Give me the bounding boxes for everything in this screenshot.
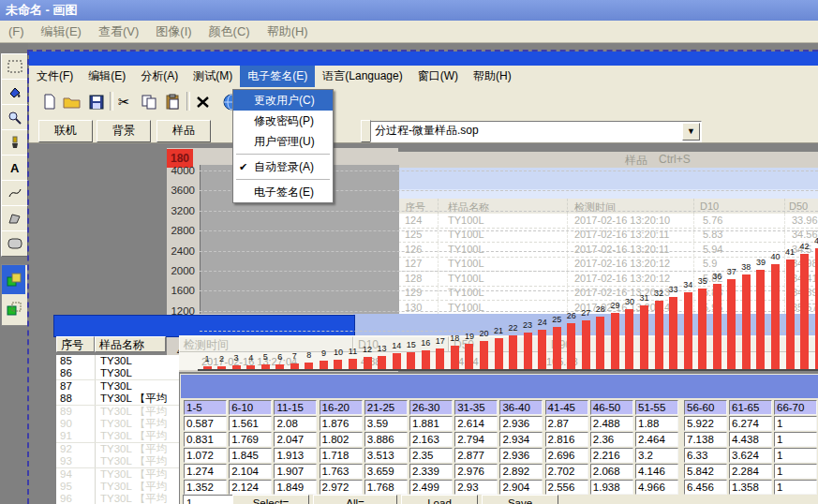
menu-item-normal[interactable]: 电子签名(E) — [233, 182, 333, 202]
dist-cell[interactable]: 2.488 — [590, 416, 633, 431]
results-row-faded[interactable]: 90TY30L 【平均 — [56, 418, 179, 431]
dist-cell[interactable]: 1.769 — [229, 432, 272, 447]
dist-cell[interactable]: 2.936 — [499, 416, 543, 431]
dist-cell[interactable]: 1 — [774, 416, 817, 431]
dist-cell[interactable]: 3.2 — [635, 448, 678, 463]
dist-cell[interactable]: 2.35 — [409, 448, 453, 463]
dist-cell[interactable]: 2.36 — [590, 432, 633, 447]
dist-cell[interactable]: 2.047 — [274, 432, 317, 447]
dist-cell[interactable]: 1 — [774, 464, 817, 479]
app-menu-item[interactable]: 测试(M) — [186, 66, 240, 87]
dist-cell[interactable]: 2.87 — [545, 416, 588, 431]
dist-cell[interactable]: 2.104 — [229, 464, 272, 479]
magnifier-icon[interactable] — [1, 104, 28, 130]
dist-cell[interactable]: 6.33 — [684, 448, 727, 463]
dist-cell[interactable]: 1.802 — [320, 432, 363, 447]
dist-cell[interactable]: 2.904 — [499, 480, 543, 495]
menu-item-normal[interactable]: 用户管理(U) — [233, 131, 333, 152]
app-button-2[interactable]: 背景 — [97, 120, 151, 142]
dist-cell[interactable]: 5.922 — [684, 416, 727, 431]
dist-cell[interactable]: 2.816 — [545, 432, 588, 447]
cut-icon[interactable]: ✂ — [113, 91, 135, 112]
dist-cell[interactable]: 2.696 — [545, 448, 588, 463]
rounded-rect-icon[interactable] — [1, 230, 28, 257]
results-row-faded[interactable]: 95TY30L 【平均 — [56, 481, 179, 494]
dist-cell[interactable]: 2.976 — [454, 464, 498, 479]
dist-cell[interactable]: 1.358 — [729, 480, 772, 495]
dist-cell[interactable]: 2.08 — [274, 416, 317, 431]
dist-cell[interactable]: 2.339 — [409, 464, 453, 479]
results-window-title-bar[interactable] — [53, 315, 355, 337]
dist-cell[interactable]: 2.877 — [454, 448, 498, 463]
rect-select-icon[interactable] — [1, 53, 28, 80]
results-row-faded[interactable]: 91TY30L 【平均 — [56, 430, 179, 443]
results-row-faded[interactable]: 89TY30L 【平均 — [56, 406, 179, 419]
app-menu-item[interactable]: 分析(A) — [133, 66, 186, 87]
dist-cell[interactable]: 1.881 — [409, 416, 453, 431]
paste-icon[interactable] — [162, 91, 184, 112]
paint-menu-item[interactable]: 图像(I) — [147, 23, 200, 40]
app-menu-item[interactable]: 帮助(H) — [466, 66, 519, 87]
dist-cell[interactable]: 2.216 — [590, 448, 633, 463]
dist-cell[interactable]: 3.624 — [729, 448, 772, 463]
dist-cell[interactable]: 1 — [774, 432, 817, 447]
sample-table-row[interactable]: 129TY100L2017-02-16 13:20:135.8334.39 — [398, 286, 818, 301]
results-row[interactable]: 85TY30L — [56, 355, 179, 368]
sample-table-row[interactable]: 124TY100L2017-02-16 13:20:105.7633.96 — [398, 214, 818, 229]
app-menu-item[interactable]: 语言(Language) — [315, 66, 409, 87]
paint-menu-item[interactable]: 查看(V) — [90, 23, 147, 40]
dist-cell[interactable]: 3.886 — [364, 432, 408, 447]
fill-color-icon[interactable] — [1, 79, 28, 105]
polygon-icon[interactable] — [1, 205, 28, 231]
dist-cell[interactable]: 1 — [774, 448, 817, 463]
menu-item-normal[interactable]: 修改密码(P) — [233, 111, 333, 131]
dist-cell[interactable]: 3.59 — [364, 416, 408, 431]
dist-cell[interactable]: 2.499 — [409, 480, 453, 495]
sample-table-row[interactable]: 128TY100L2017-02-16 13:20:125.8234.41 — [398, 272, 818, 287]
menu-item-highlighted[interactable]: 更改用户(C) — [233, 90, 333, 111]
dist-cell[interactable]: 2.972 — [320, 480, 363, 495]
brush-icon[interactable] — [1, 129, 28, 156]
dist-cell[interactable]: 1.072 — [184, 448, 227, 463]
results-row[interactable]: 87TY30L — [56, 380, 179, 393]
row-count-input[interactable] — [183, 495, 239, 504]
dist-cell[interactable]: 1.88 — [635, 416, 678, 431]
dist-cell[interactable]: 1.938 — [590, 480, 633, 495]
transparent-paste-icon[interactable] — [2, 294, 25, 323]
app-menu-item[interactable]: 文件(F) — [29, 66, 81, 87]
menu-item-normal[interactable]: 自动登录(A)✔ — [233, 156, 333, 177]
dist-cell[interactable]: 5.842 — [684, 464, 727, 479]
dist-cell[interactable]: 2.068 — [590, 464, 633, 479]
dist-cell[interactable]: 4.966 — [635, 480, 678, 495]
dist-cell[interactable]: 6.456 — [684, 480, 727, 495]
dist-cell[interactable]: 1.849 — [274, 480, 317, 495]
paint-menu-item[interactable]: 帮助(H) — [259, 23, 317, 40]
dist-button-all[interactable]: All= — [313, 495, 397, 504]
dist-cell[interactable]: 1.907 — [274, 464, 317, 479]
app-button-1[interactable]: 联机 — [38, 120, 93, 142]
app-menu-item[interactable]: 编辑(E) — [81, 66, 133, 87]
curve-icon[interactable] — [1, 180, 28, 206]
results-row-faded[interactable]: 96TY30L 【平均 — [56, 493, 179, 504]
dist-cell[interactable]: 7.138 — [684, 432, 727, 447]
dist-cell[interactable]: 2.614 — [454, 416, 498, 431]
dist-cell[interactable]: 1.845 — [229, 448, 272, 463]
dist-cell[interactable]: 2.284 — [729, 464, 772, 479]
dist-cell[interactable]: 2.702 — [545, 464, 588, 479]
dist-cell[interactable]: 1.274 — [184, 464, 227, 479]
delete-icon[interactable] — [192, 91, 214, 112]
results-row-faded[interactable]: 92TY30L 【平均 — [56, 443, 179, 456]
dist-button-load[interactable]: Load — [401, 495, 478, 504]
sop-combo[interactable]: 分过程-微量样品.sop ▼ — [370, 121, 702, 142]
paint-title-bar[interactable]: 未命名 - 画图 — [0, 0, 818, 21]
dist-cell[interactable]: 2.124 — [229, 480, 272, 495]
dist-cell[interactable]: 1.876 — [320, 416, 363, 431]
app-button-3[interactable]: 样品 — [156, 120, 211, 142]
dist-cell[interactable]: 3.513 — [364, 448, 408, 463]
app-title-bar[interactable] — [29, 52, 818, 66]
dist-cell[interactable]: 2.93 — [454, 480, 498, 495]
results-row-faded[interactable]: 94TY30L 【平均 — [56, 468, 179, 482]
dist-cell[interactable]: 4.146 — [635, 464, 678, 479]
dist-cell[interactable]: 1.763 — [320, 464, 363, 479]
app-menu-item[interactable]: 窗口(W) — [410, 66, 466, 87]
